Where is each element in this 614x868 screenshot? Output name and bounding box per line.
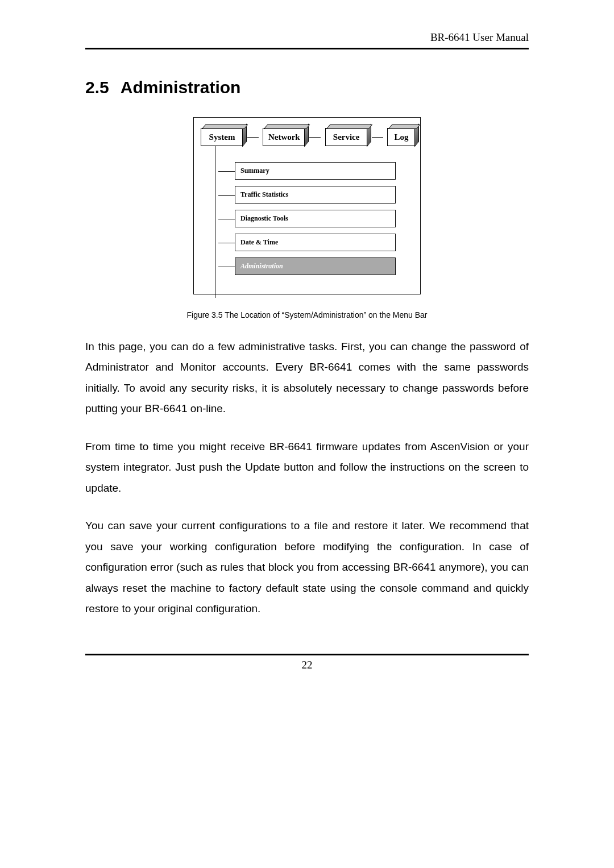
section-number: 2.5 [85,78,109,97]
doc-header: BR-6641 User Manual [85,31,529,49]
tree-vertical-line [215,146,215,298]
section-title-text: Administration [121,78,241,97]
tab-network: Network [263,128,305,146]
menu-tab-row: System Network Service Log [195,128,418,146]
footer-rule [85,654,529,655]
submenu-summary: Summary [235,162,396,180]
section-heading: 2.5Administration [85,78,529,97]
paragraph-1: In this page, you can do a few administr… [85,337,529,420]
tab-connector [372,137,383,138]
submenu-traffic-stats: Traffic Statistics [235,186,396,203]
submenu-date-time: Date & Time [235,234,396,251]
tab-system: System [201,128,243,146]
menu-diagram: System Network Service Log Summary Traff… [193,117,421,294]
tab-log: Log [387,128,416,146]
submenu-administration: Administration [235,258,396,275]
tab-connector [247,137,259,138]
paragraph-3: You can save your current configurations… [85,516,529,619]
page-number: 22 [85,659,529,671]
submenu-area: Summary Traffic Statistics Diagnostic To… [195,162,418,275]
submenu-diagnostic: Diagnostic Tools [235,210,396,227]
tab-service: Service [325,128,368,146]
figure-caption: Figure 3.5 The Location of “System/Admin… [85,310,529,319]
page-footer: 22 [85,654,529,671]
tab-connector [309,137,321,138]
paragraph-2: From time to time you might receive BR-6… [85,437,529,499]
